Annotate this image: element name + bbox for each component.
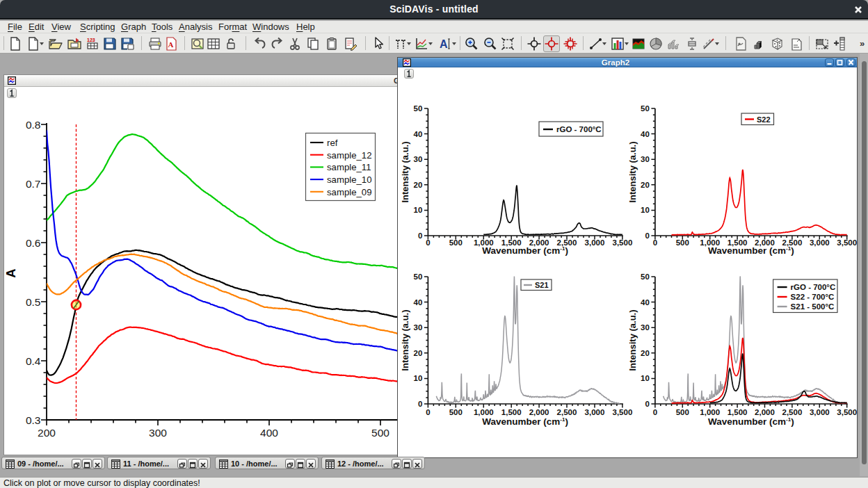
- svg-text:500: 500: [676, 238, 689, 247]
- svg-text:500: 500: [676, 408, 689, 416]
- svg-text:20: 20: [414, 349, 423, 357]
- svg-text:1,000: 1,000: [474, 408, 494, 416]
- svg-text:Intensity (a.u.): Intensity (a.u.): [401, 141, 410, 202]
- svg-text:50: 50: [641, 104, 650, 113]
- svg-text:300: 300: [149, 427, 167, 439]
- svg-text:A: A: [168, 40, 174, 49]
- svg-text:40: 40: [414, 298, 423, 307]
- svg-text:500: 500: [371, 427, 389, 439]
- svg-text:ref: ref: [327, 138, 338, 148]
- svg-text:50: 50: [414, 104, 423, 113]
- svg-text:20: 20: [641, 181, 650, 189]
- svg-text:0.8: 0.8: [26, 119, 41, 131]
- svg-text:0.4: 0.4: [26, 355, 41, 367]
- svg-text:Wavenumber (cm-1): Wavenumber (cm-1): [482, 416, 568, 427]
- svg-text:200: 200: [38, 427, 56, 439]
- svg-text:0.3: 0.3: [26, 414, 41, 426]
- svg-text:Wavenumber (cm-1): Wavenumber (cm-1): [708, 245, 794, 256]
- svg-text:S22: S22: [757, 115, 771, 124]
- svg-text:0.6: 0.6: [26, 237, 41, 249]
- svg-text:3,000: 3,000: [810, 238, 830, 247]
- svg-text:0: 0: [645, 231, 649, 240]
- svg-text:sample_12: sample_12: [327, 150, 372, 161]
- svg-text:400: 400: [260, 427, 278, 439]
- svg-text:0: 0: [645, 400, 649, 408]
- svg-text:500: 500: [449, 408, 463, 416]
- svg-text:0.7: 0.7: [26, 178, 41, 190]
- svg-text:3,500: 3,500: [837, 408, 857, 416]
- svg-text:10: 10: [641, 206, 650, 214]
- svg-text:10: 10: [641, 374, 650, 382]
- svg-text:2,500: 2,500: [557, 408, 577, 416]
- svg-text:30: 30: [641, 323, 650, 332]
- svg-text:1,500: 1,500: [501, 408, 522, 416]
- svg-text:2,000: 2,000: [529, 408, 549, 416]
- svg-text:0: 0: [653, 238, 657, 247]
- svg-text:40: 40: [641, 130, 650, 138]
- svg-text:3,500: 3,500: [837, 238, 857, 247]
- svg-text:rGO - 700°C: rGO - 700°C: [556, 125, 602, 133]
- svg-text:0.5: 0.5: [26, 296, 41, 308]
- svg-text:2,500: 2,500: [782, 408, 803, 416]
- svg-text:50: 50: [414, 273, 423, 281]
- svg-text:Wavenumber (cm-1): Wavenumber (cm-1): [482, 245, 568, 256]
- svg-text:500: 500: [449, 238, 463, 247]
- svg-text:0: 0: [426, 408, 430, 416]
- svg-text:123: 123: [87, 38, 95, 42]
- svg-text:20: 20: [414, 181, 423, 189]
- svg-text:S21: S21: [535, 281, 549, 289]
- svg-text:A: A: [440, 38, 448, 50]
- svg-text:1,000: 1,000: [700, 408, 720, 416]
- svg-text:1,500: 1,500: [728, 408, 748, 416]
- svg-text:S22 - 700°C: S22 - 700°C: [791, 293, 835, 301]
- svg-text:0: 0: [653, 408, 657, 416]
- svg-text:40: 40: [414, 130, 423, 138]
- svg-text:Intensity (a.u.): Intensity (a.u.): [401, 309, 410, 371]
- svg-text:3,000: 3,000: [810, 408, 830, 416]
- svg-text:rGO - 700°C: rGO - 700°C: [791, 283, 836, 291]
- svg-text:2,000: 2,000: [755, 408, 775, 416]
- svg-text:sample_09: sample_09: [327, 187, 372, 197]
- svg-text:40: 40: [641, 298, 650, 307]
- svg-text:S21 - 500°C: S21 - 500°C: [791, 302, 835, 311]
- svg-text:0: 0: [418, 400, 422, 408]
- svg-text:Intensity (a.u.): Intensity (a.u.): [627, 141, 638, 202]
- svg-text:3,500: 3,500: [613, 408, 633, 416]
- svg-text:0: 0: [426, 238, 430, 247]
- svg-text:30: 30: [414, 155, 423, 163]
- svg-text:10: 10: [414, 206, 423, 214]
- svg-text:3,000: 3,000: [585, 408, 605, 416]
- svg-text:sample_11: sample_11: [327, 162, 371, 172]
- svg-text:Wavenumber (cm-1): Wavenumber (cm-1): [708, 416, 794, 427]
- svg-text:sample_10: sample_10: [327, 174, 372, 185]
- svg-text:Intensity (a.u.): Intensity (a.u.): [627, 309, 638, 371]
- svg-text:30: 30: [641, 155, 650, 163]
- svg-text:30: 30: [414, 323, 423, 332]
- svg-text:0: 0: [418, 231, 422, 240]
- svg-text:10: 10: [414, 374, 423, 382]
- svg-text:50: 50: [641, 273, 650, 281]
- svg-text:A: A: [4, 268, 18, 277]
- svg-text:3,000: 3,000: [585, 238, 605, 247]
- svg-text:20: 20: [641, 349, 650, 357]
- svg-text:3,500: 3,500: [613, 238, 633, 247]
